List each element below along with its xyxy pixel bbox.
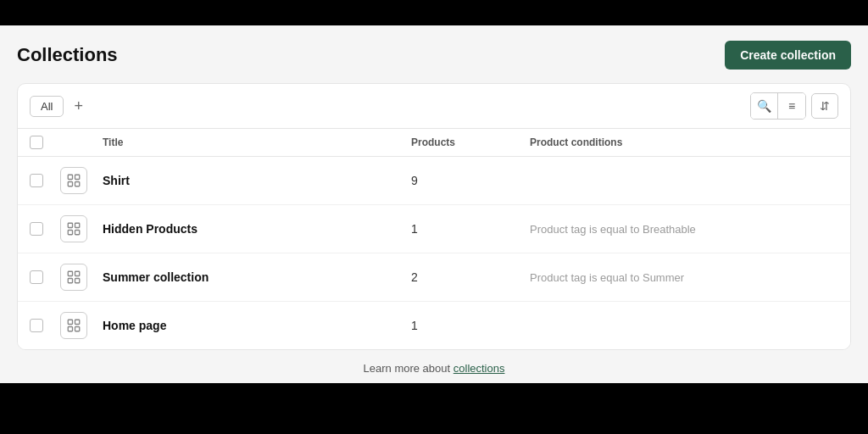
row-checkbox-cell: [30, 270, 60, 284]
svg-rect-8: [68, 271, 72, 275]
row-title: Shirt: [103, 174, 411, 187]
col-products: Products: [411, 136, 530, 148]
add-tab-button[interactable]: +: [70, 97, 86, 115]
page-title: Collections: [17, 44, 118, 66]
row-products: 2: [411, 270, 530, 284]
footer: Learn more about collections: [17, 362, 851, 375]
row-checkbox[interactable]: [30, 222, 43, 236]
row-condition: Product tag is equal to Breathable: [530, 223, 838, 236]
svg-rect-1: [75, 175, 80, 179]
filter-button[interactable]: ≡: [778, 93, 805, 119]
tab-row: All + 🔍 ≡ ⇵: [18, 84, 850, 129]
svg-rect-0: [68, 175, 72, 179]
row-icon-cell: [60, 215, 103, 242]
row-checkbox[interactable]: [30, 270, 43, 284]
svg-rect-12: [68, 320, 72, 324]
row-checkbox-cell: [30, 319, 60, 332]
search-filter-group: 🔍 ≡: [750, 92, 806, 120]
table-row[interactable]: Summer collection 2 Product tag is equal…: [18, 253, 850, 302]
select-all-checkbox[interactable]: [30, 136, 43, 149]
col-conditions: Product conditions: [530, 136, 838, 148]
collection-icon: [60, 312, 87, 339]
collection-icon: [60, 167, 87, 194]
row-icon-cell: [60, 312, 103, 339]
table-row[interactable]: Hidden Products 1 Product tag is equal t…: [18, 205, 850, 253]
filter-icon: ≡: [788, 99, 795, 113]
svg-rect-11: [75, 279, 80, 283]
row-checkbox-cell: [30, 174, 60, 187]
sort-icon: ⇵: [820, 99, 830, 113]
tab-left: All +: [30, 96, 86, 117]
collection-icon: [60, 215, 87, 242]
svg-rect-6: [68, 231, 72, 235]
table-header: Title Products Product conditions: [18, 129, 850, 157]
svg-rect-3: [75, 182, 80, 186]
row-products: 1: [411, 222, 530, 236]
search-icon: 🔍: [757, 99, 771, 113]
table-body: Shirt 9 Hidden Products 1 Product t: [18, 157, 850, 349]
row-icon-cell: [60, 167, 103, 194]
footer-text: Learn more about: [364, 362, 453, 375]
svg-rect-2: [68, 182, 72, 186]
collection-icon: [60, 264, 87, 291]
svg-rect-15: [75, 327, 80, 331]
tab-right: 🔍 ≡ ⇵: [750, 92, 838, 120]
table-row[interactable]: Shirt 9: [18, 157, 850, 205]
row-title: Summer collection: [103, 270, 411, 284]
page-header: Collections Create collection: [17, 41, 851, 70]
row-checkbox[interactable]: [30, 319, 43, 332]
search-button[interactable]: 🔍: [751, 93, 778, 119]
svg-rect-10: [68, 279, 72, 283]
svg-rect-9: [75, 271, 80, 275]
row-checkbox-cell: [30, 222, 60, 236]
row-icon-cell: [60, 264, 103, 291]
collections-link[interactable]: collections: [453, 362, 505, 375]
create-collection-button[interactable]: Create collection: [725, 41, 851, 70]
row-title: Home page: [103, 319, 411, 332]
row-products: 1: [411, 319, 530, 332]
svg-rect-13: [75, 320, 80, 324]
col-title: Title: [103, 136, 411, 148]
row-condition: Product tag is equal to Summer: [530, 271, 838, 284]
row-products: 9: [411, 174, 530, 187]
table-row[interactable]: Home page 1: [18, 302, 850, 349]
row-title: Hidden Products: [103, 222, 411, 236]
tab-all[interactable]: All: [30, 96, 64, 117]
svg-rect-14: [68, 327, 72, 331]
svg-rect-4: [68, 223, 72, 227]
collections-card: All + 🔍 ≡ ⇵: [17, 83, 851, 350]
svg-rect-7: [75, 231, 80, 235]
row-checkbox[interactable]: [30, 174, 43, 187]
header-checkbox-cell: [30, 136, 60, 149]
svg-rect-5: [75, 223, 80, 227]
sort-button[interactable]: ⇵: [811, 93, 838, 119]
